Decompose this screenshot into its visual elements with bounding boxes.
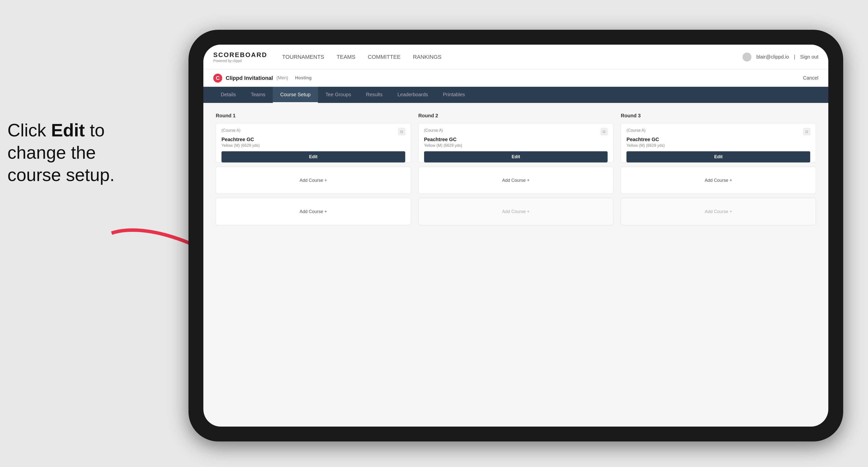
hosting-badge: Hosting bbox=[295, 75, 312, 81]
tab-details[interactable]: Details bbox=[213, 87, 243, 103]
round-3-add-course-2-text: Add Course + bbox=[705, 209, 732, 214]
round-3-course-details: Yellow (M) (6629 yds) bbox=[626, 143, 810, 148]
nav-teams[interactable]: TEAMS bbox=[337, 52, 355, 62]
round-1-add-course-2[interactable]: Add Course + bbox=[216, 198, 411, 225]
round-3-course-card-header: (Course A) ⊡ bbox=[626, 128, 810, 135]
delete-icon: ⊡ bbox=[400, 130, 403, 134]
round-2-column: Round 2 (Course A) ⊡ Peachtree GC Yellow… bbox=[418, 113, 614, 229]
nav-tournaments[interactable]: TOURNAMENTS bbox=[282, 52, 324, 62]
round-2-add-course-2-text: Add Course + bbox=[502, 209, 530, 214]
instruction-text: Click Edit tochange thecourse setup. bbox=[7, 119, 151, 186]
round-2-course-tag: (Course A) bbox=[424, 128, 443, 133]
tournament-gender: (Men) bbox=[277, 75, 288, 81]
tab-results[interactable]: Results bbox=[359, 87, 390, 103]
round-1-course-details: Yellow (M) (6629 yds) bbox=[221, 143, 405, 148]
round-1-edit-btn[interactable]: Edit bbox=[221, 151, 405, 162]
tab-bar: Details Teams Course Setup Tee Groups Re… bbox=[204, 87, 828, 103]
round-1-course-card: (Course A) ⊡ Peachtree GC Yellow (M) (66… bbox=[216, 123, 411, 163]
user-avatar bbox=[743, 53, 751, 62]
round-3-add-course-1-text: Add Course + bbox=[705, 178, 732, 183]
tablet-screen: SCOREBOARD Powered by clippd TOURNAMENTS… bbox=[204, 44, 828, 427]
logo-area: SCOREBOARD Powered by clippd bbox=[213, 51, 267, 63]
tournament-name: Clippd Invitational bbox=[226, 75, 273, 81]
main-content: Round 1 (Course A) ⊡ Peachtree GC Yellow… bbox=[204, 103, 828, 427]
app-container: SCOREBOARD Powered by clippd TOURNAMENTS… bbox=[204, 44, 828, 427]
tablet-device: SCOREBOARD Powered by clippd TOURNAMENTS… bbox=[188, 30, 843, 441]
delete-icon-2: ⊡ bbox=[602, 130, 606, 134]
round-1-label: Round 1 bbox=[216, 113, 411, 119]
tab-tee-groups[interactable]: Tee Groups bbox=[318, 87, 359, 103]
divider: | bbox=[794, 54, 795, 60]
round-2-add-course-1[interactable]: Add Course + bbox=[418, 167, 614, 194]
round-2-edit-btn[interactable]: Edit bbox=[424, 151, 608, 162]
tab-teams[interactable]: Teams bbox=[243, 87, 273, 103]
tab-leaderboards[interactable]: Leaderboards bbox=[390, 87, 435, 103]
sub-nav: C Clippd Invitational (Men) Hosting Canc… bbox=[204, 69, 828, 87]
logo-sub: Powered by clippd bbox=[213, 59, 267, 63]
round-3-course-name: Peachtree GC bbox=[626, 137, 810, 142]
bold-edit: Edit bbox=[51, 120, 85, 140]
round-1-add-course-1-text: Add Course + bbox=[300, 178, 327, 183]
round-2-delete-btn[interactable]: ⊡ bbox=[601, 128, 608, 135]
top-nav-links: TOURNAMENTS TEAMS COMMITTEE RANKINGS bbox=[282, 52, 743, 62]
round-2-add-course-2: Add Course + bbox=[418, 198, 614, 225]
top-nav: SCOREBOARD Powered by clippd TOURNAMENTS… bbox=[204, 44, 828, 69]
round-2-label: Round 2 bbox=[418, 113, 614, 119]
round-1-column: Round 1 (Course A) ⊡ Peachtree GC Yellow… bbox=[216, 113, 411, 229]
round-3-course-tag: (Course A) bbox=[626, 128, 645, 133]
round-1-course-tag: (Course A) bbox=[221, 128, 240, 133]
round-2-course-card-header: (Course A) ⊡ bbox=[424, 128, 608, 135]
tab-printables[interactable]: Printables bbox=[435, 87, 472, 103]
rounds-grid: Round 1 (Course A) ⊡ Peachtree GC Yellow… bbox=[216, 113, 816, 229]
round-1-add-course-2-text: Add Course + bbox=[300, 209, 327, 214]
delete-icon-3: ⊡ bbox=[805, 130, 808, 134]
round-2-add-course-1-text: Add Course + bbox=[502, 178, 530, 183]
round-2-course-details: Yellow (M) (6629 yds) bbox=[424, 143, 608, 148]
brand-area: C Clippd Invitational (Men) Hosting bbox=[213, 74, 312, 83]
round-3-delete-btn[interactable]: ⊡ bbox=[803, 128, 810, 135]
round-2-course-card: (Course A) ⊡ Peachtree GC Yellow (M) (66… bbox=[418, 123, 614, 163]
sign-out-link[interactable]: Sign out bbox=[800, 54, 818, 60]
round-3-add-course-2: Add Course + bbox=[621, 198, 816, 225]
round-1-delete-btn[interactable]: ⊡ bbox=[398, 128, 405, 135]
brand-logo: C bbox=[213, 74, 222, 83]
round-3-label: Round 3 bbox=[621, 113, 816, 119]
round-3-add-course-1[interactable]: Add Course + bbox=[621, 167, 816, 194]
logo-scoreboard: SCOREBOARD bbox=[213, 51, 267, 59]
round-2-course-name: Peachtree GC bbox=[424, 137, 608, 142]
round-3-edit-btn[interactable]: Edit bbox=[626, 151, 810, 162]
course-card-header: (Course A) ⊡ bbox=[221, 128, 405, 135]
nav-rankings[interactable]: RANKINGS bbox=[413, 52, 441, 62]
round-3-course-card: (Course A) ⊡ Peachtree GC Yellow (M) (66… bbox=[621, 123, 816, 163]
top-nav-right: blair@clippd.io | Sign out bbox=[743, 53, 818, 62]
round-1-course-name: Peachtree GC bbox=[221, 137, 405, 142]
tab-course-setup[interactable]: Course Setup bbox=[273, 87, 318, 103]
user-email: blair@clippd.io bbox=[756, 54, 789, 60]
nav-committee[interactable]: COMMITTEE bbox=[368, 52, 401, 62]
cancel-button[interactable]: Cancel bbox=[803, 75, 818, 81]
round-1-add-course-1[interactable]: Add Course + bbox=[216, 167, 411, 194]
round-3-column: Round 3 (Course A) ⊡ Peachtree GC Yellow… bbox=[621, 113, 816, 229]
